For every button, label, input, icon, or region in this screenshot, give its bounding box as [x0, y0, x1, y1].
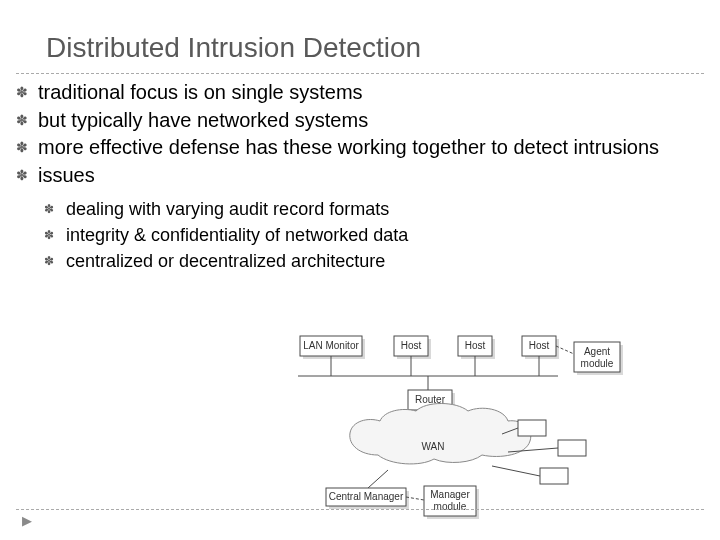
diagram-label-manager: Manager	[430, 489, 470, 500]
diagram-label-agent: Agent	[584, 346, 610, 357]
sub-bullet-text: centralized or decentralized architectur…	[66, 250, 704, 274]
diagram-label-host: Host	[401, 340, 422, 351]
diagram-label-host: Host	[465, 340, 486, 351]
svg-line-25	[368, 470, 388, 488]
bullet-icon: ✽	[16, 108, 38, 130]
diagram-label-module2: module	[434, 501, 467, 512]
sub-bullet-list: ✽ dealing with varying audit record form…	[44, 198, 704, 273]
slide-title: Distributed Intrusion Detection	[46, 32, 421, 64]
sub-bullet-text: dealing with varying audit record format…	[66, 198, 704, 222]
network-diagram: LAN Monitor Host Host Host Agent module	[258, 330, 658, 522]
sub-bullet-item: ✽ centralized or decentralized architect…	[44, 250, 704, 274]
bullet-text: traditional focus is on single systems	[38, 80, 704, 106]
svg-rect-19	[518, 420, 546, 436]
footer-divider	[16, 509, 704, 510]
bullet-item: ✽ traditional focus is on single systems	[16, 80, 704, 106]
footer-arrow-icon: ▶	[22, 513, 32, 528]
bullet-text: more effective defense has these working…	[38, 135, 704, 161]
diagram-label-host: Host	[529, 340, 550, 351]
svg-rect-23	[540, 468, 568, 484]
diagram-label-module: module	[581, 358, 614, 369]
bullet-item: ✽ more effective defense has these worki…	[16, 135, 704, 161]
bullet-text: but typically have networked systems	[38, 108, 704, 134]
bullet-icon: ✽	[16, 135, 38, 157]
diagram-label-wan: WAN	[422, 441, 445, 452]
svg-line-24	[492, 466, 540, 476]
main-bullet-list: ✽ traditional focus is on single systems…	[16, 80, 704, 276]
bullet-item: ✽ but typically have networked systems	[16, 108, 704, 134]
diagram-label-lan-monitor: LAN Monitor	[303, 340, 359, 351]
bullet-icon: ✽	[44, 198, 66, 218]
bullet-icon: ✽	[44, 250, 66, 270]
diagram-label-central-manager: Central Manager	[329, 491, 404, 502]
sub-bullet-text: integrity & confidentiality of networked…	[66, 224, 704, 248]
bullet-icon: ✽	[16, 80, 38, 102]
svg-rect-21	[558, 440, 586, 456]
bullet-icon: ✽	[44, 224, 66, 244]
bullet-item: ✽ issues	[16, 163, 704, 189]
bullet-text: issues	[38, 163, 704, 189]
sub-bullet-item: ✽ integrity & confidentiality of network…	[44, 224, 704, 248]
sub-bullet-item: ✽ dealing with varying audit record form…	[44, 198, 704, 222]
title-underline	[16, 73, 704, 74]
bullet-icon: ✽	[16, 163, 38, 185]
slide: Distributed Intrusion Detection ✽ tradit…	[0, 0, 720, 540]
